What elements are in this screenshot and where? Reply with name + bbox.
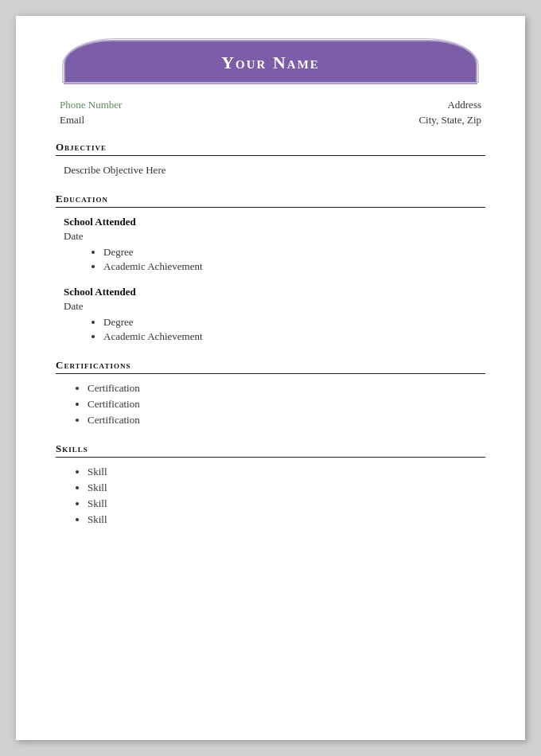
skill-3: Skill: [88, 497, 477, 510]
certifications-section: Certifications Certification Certificati…: [56, 359, 485, 427]
objective-description: Describe Objective Here: [64, 164, 166, 176]
edu-list-2: Degree Academic Achievement: [64, 316, 477, 343]
certifications-list: Certification Certification Certificatio…: [64, 382, 477, 427]
certifications-title: Certifications: [56, 359, 485, 372]
edu-achievement-2: Academic Achievement: [103, 330, 477, 343]
cert-2: Certification: [88, 398, 477, 411]
skills-list: Skill Skill Skill Skill: [64, 466, 477, 526]
education-divider: [56, 207, 485, 208]
name-title: Your Name: [221, 53, 320, 72]
resume-page: Your Name Phone Number Email Address Cit…: [16, 16, 525, 740]
certifications-content: Certification Certification Certificatio…: [56, 382, 485, 427]
skills-content: Skill Skill Skill Skill: [56, 466, 485, 526]
name-banner: Your Name: [64, 40, 477, 84]
objective-section: Objective Describe Objective Here: [56, 141, 485, 177]
edu-degree-1: Degree: [103, 246, 477, 259]
city-label: City, State, Zip: [418, 114, 481, 127]
email-label: Email: [60, 114, 122, 127]
edu-date-2: Date: [64, 300, 477, 313]
skill-1: Skill: [88, 466, 477, 478]
education-title: Education: [56, 193, 485, 205]
phone-label: Phone Number: [60, 99, 122, 111]
edu-entry-2: School Attended Date Degree Academic Ach…: [64, 286, 477, 343]
skills-section: Skills Skill Skill Skill Skill: [56, 442, 485, 526]
cert-1: Certification: [88, 382, 477, 395]
education-section: Education School Attended Date Degree Ac…: [56, 193, 485, 343]
objective-divider: [56, 155, 485, 156]
education-content: School Attended Date Degree Academic Ach…: [56, 216, 485, 343]
contact-right: Address City, State, Zip: [418, 99, 481, 127]
objective-title: Objective: [56, 141, 485, 154]
address-label: Address: [447, 99, 481, 111]
school-name-1: School Attended: [64, 216, 477, 228]
edu-entry-1: School Attended Date Degree Academic Ach…: [64, 216, 477, 273]
skills-divider: [56, 457, 485, 458]
edu-achievement-1: Academic Achievement: [103, 260, 477, 273]
header-container: Your Name: [56, 40, 485, 84]
skill-2: Skill: [88, 481, 477, 494]
cert-3: Certification: [88, 414, 477, 427]
contact-left: Phone Number Email: [60, 99, 122, 127]
objective-content: Describe Objective Here: [56, 164, 485, 177]
skill-4: Skill: [88, 513, 477, 526]
certifications-divider: [56, 373, 485, 374]
contact-section: Phone Number Email Address City, State, …: [56, 99, 485, 127]
edu-list-1: Degree Academic Achievement: [64, 246, 477, 273]
edu-degree-2: Degree: [103, 316, 477, 329]
skills-title: Skills: [56, 442, 485, 455]
school-name-2: School Attended: [64, 286, 477, 298]
edu-date-1: Date: [64, 230, 477, 243]
